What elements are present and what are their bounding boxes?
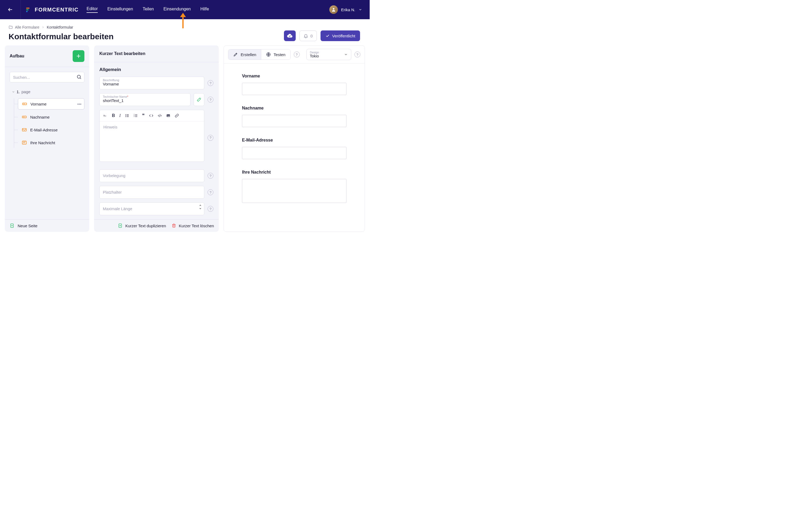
sub-header: Alle Formulare Kontaktformular Kontaktfo… [0,19,370,45]
design-select[interactable]: Design Tokio [306,49,351,60]
preview-label: Vorname [242,74,346,78]
rte-textsize-icon[interactable]: TT [103,113,108,118]
prefill-placeholder: Vorbelegung [103,173,201,178]
text-field-icon [22,114,27,120]
brand-logo: FORMCENTRIC [26,7,78,13]
preview-input-email[interactable] [242,147,346,159]
preview-input-nachname[interactable] [242,115,346,127]
chevron-right-icon [41,26,45,29]
avatar [329,5,338,14]
mode-test-button[interactable]: Testen [261,49,290,60]
prefill-field[interactable]: Vorbelegung [99,169,204,182]
user-menu[interactable]: Erika N. [329,5,362,14]
rte-quote-icon[interactable]: ❞ [142,113,145,118]
preview-field-vorname: Vorname [242,74,346,95]
rte-ul-icon[interactable] [125,113,129,118]
help-icon[interactable]: ? [207,97,213,103]
tree-item-label: Vorname [30,102,46,106]
properties-panel: Kurzer Text bearbeiten Allgemein Beschri… [94,45,219,232]
techname-input[interactable] [103,98,187,103]
tree-item-nachname[interactable]: Nachname [18,112,84,122]
rte-link-icon[interactable] [175,113,179,118]
design-value: Tokio [310,54,319,58]
spinner-down[interactable] [199,207,202,210]
nav-editor[interactable]: Editor [87,6,98,13]
mode-segment: Erstellen Testen [228,49,291,60]
duplicate-button[interactable]: Kurzer Text duplizieren [118,223,166,228]
preview-field-email: E-Mail-Adresse [242,138,346,159]
magic-wand-icon [197,97,201,102]
email-field-icon [22,127,27,132]
publish-button[interactable]: Veröffentlicht [320,30,360,41]
tree-item-nachricht[interactable]: Ihre Nachricht [18,137,84,148]
page-number: 1. [16,90,20,94]
logo-icon [26,7,32,12]
rte-codeblock-icon[interactable] [158,113,162,118]
help-icon[interactable]: ? [354,52,360,58]
check-icon [325,34,330,38]
preview-label: E-Mail-Adresse [242,138,346,143]
breadcrumb-root[interactable]: Alle Formulare [15,25,39,29]
header-actions: 0 Veröffentlicht [284,30,360,41]
label-field-input[interactable] [103,82,201,86]
svg-text:T: T [103,114,105,117]
help-icon[interactable]: ? [207,135,213,141]
add-element-button[interactable] [73,50,84,62]
tree-item-vorname[interactable]: Vorname ••• [18,98,84,109]
tree-page-node[interactable]: 1. page [10,88,84,96]
svg-text:T: T [105,115,106,117]
maxlength-placeholder: Maximale Länge [103,206,201,211]
page-title: Kontaktformular bearbeiten [8,32,113,41]
magic-wand-button[interactable] [194,93,204,106]
save-cloud-button[interactable] [284,30,296,41]
nav-share[interactable]: Teilen [143,7,154,12]
svg-point-14 [126,116,126,117]
hint-textarea[interactable]: Hinweis [100,122,204,162]
help-icon[interactable]: ? [207,173,213,179]
page-label: page [22,90,30,94]
user-name: Erika N. [341,7,355,12]
maxlength-field[interactable]: Maximale Länge [99,202,204,215]
spinner-up[interactable] [199,204,202,207]
design-label: Design [310,51,319,54]
folder-icon [8,25,13,29]
placeholder-field[interactable]: Platzhalter [99,186,204,199]
breadcrumb: Alle Formulare Kontaktformular [8,25,113,29]
main-nav: Editor Einstellungen Teilen Einsendungen… [87,6,209,13]
rte-ol-icon[interactable]: 123 [134,113,138,118]
label-field-label: Beschriftung [103,78,201,82]
back-button[interactable] [0,0,21,19]
brand-text: FORMCENTRIC [35,7,78,13]
publish-label: Veröffentlicht [332,34,355,38]
delete-button[interactable]: Kurzer Text löschen [171,223,214,228]
nav-help[interactable]: Hilfe [200,7,209,12]
notifications-button[interactable]: 0 [299,30,316,41]
rte-bold-icon[interactable]: B [112,113,115,118]
notification-count: 0 [310,34,312,38]
help-icon[interactable]: ? [207,189,213,195]
help-icon[interactable]: ? [207,206,213,212]
label-field[interactable]: Beschriftung [99,77,204,90]
arrow-left-icon [7,7,13,12]
svg-point-19 [167,115,168,115]
search-input[interactable] [10,72,84,82]
mode-create-button[interactable]: Erstellen [228,49,261,60]
rte-italic-icon[interactable]: I [120,113,121,118]
tree-item-email[interactable]: E-Mail-Adresse [18,125,84,135]
svg-rect-1 [26,9,29,10]
help-icon[interactable]: ? [207,80,213,86]
rte-code-icon[interactable] [149,113,153,118]
rte-image-icon[interactable] [166,113,170,118]
bell-icon [303,33,308,38]
preview-textarea-nachricht[interactable] [242,179,346,203]
more-icon[interactable]: ••• [77,102,81,106]
preview-field-nachricht: Ihre Nachricht [242,170,346,204]
hint-editor: TT B I 123 ❞ Hinweis [99,110,204,162]
techname-field[interactable]: Technischer Name* [99,93,191,106]
nav-submissions[interactable]: Einsendungen [164,7,191,12]
new-page-button[interactable]: Neue Seite [5,219,89,232]
top-bar: FORMCENTRIC Editor Einstellungen Teilen … [0,0,370,19]
help-icon[interactable]: ? [294,52,300,58]
nav-settings[interactable]: Einstellungen [107,7,133,12]
preview-input-vorname[interactable] [242,83,346,95]
